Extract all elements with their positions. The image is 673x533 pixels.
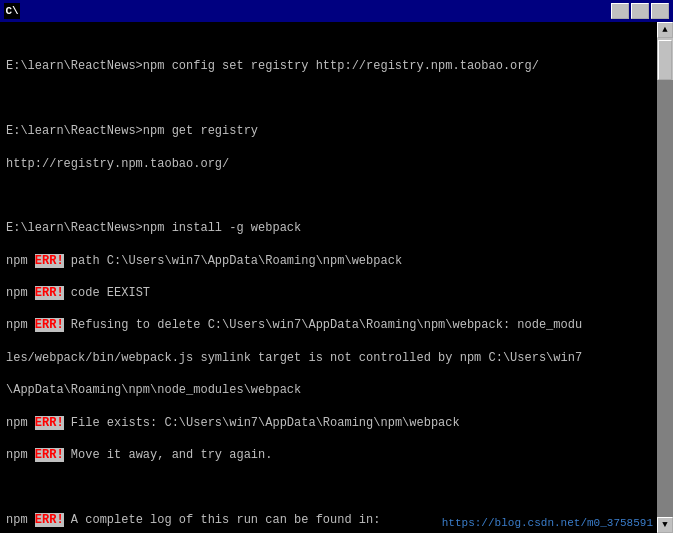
terminal-wrapper: E:\learn\ReactNews>npm config set regist…: [0, 22, 673, 533]
terminal-line: [6, 91, 653, 107]
scroll-track: [657, 80, 673, 517]
terminal-line: \AppData\Roaming\npm\node_modules\webpac…: [6, 382, 653, 398]
terminal-line: npm ERR! path C:\Users\win7\AppData\Roam…: [6, 253, 653, 269]
title-bar-controls: [611, 3, 669, 19]
terminal-line: [6, 479, 653, 495]
scroll-thumb[interactable]: [658, 40, 672, 80]
terminal-line: npm ERR! Move it away, and try again.: [6, 447, 653, 463]
terminal-line: E:\learn\ReactNews>npm config set regist…: [6, 58, 653, 74]
title-bar: C\: [0, 0, 673, 22]
watermark: https://blog.csdn.net/m0_3758591: [442, 517, 653, 529]
terminal-line: [6, 188, 653, 204]
terminal-line: npm ERR! code EEXIST: [6, 285, 653, 301]
scroll-up-arrow[interactable]: ▲: [657, 22, 673, 38]
terminal-content[interactable]: E:\learn\ReactNews>npm config set regist…: [0, 22, 657, 533]
minimize-button[interactable]: [611, 3, 629, 19]
terminal-line: les/webpack/bin/webpack.js symlink targe…: [6, 350, 653, 366]
maximize-button[interactable]: [631, 3, 649, 19]
terminal-line: npm ERR! Refusing to delete C:\Users\win…: [6, 317, 653, 333]
scrollbar[interactable]: ▲ ▼: [657, 22, 673, 533]
title-bar-icon: C\: [4, 3, 20, 19]
terminal-line: http://registry.npm.taobao.org/: [6, 156, 653, 172]
close-button[interactable]: [651, 3, 669, 19]
terminal-line: npm ERR! File exists: C:\Users\win7\AppD…: [6, 415, 653, 431]
terminal-line: E:\learn\ReactNews>npm get registry: [6, 123, 653, 139]
terminal-line: E:\learn\ReactNews>npm install -g webpac…: [6, 220, 653, 236]
scroll-down-arrow[interactable]: ▼: [657, 517, 673, 533]
